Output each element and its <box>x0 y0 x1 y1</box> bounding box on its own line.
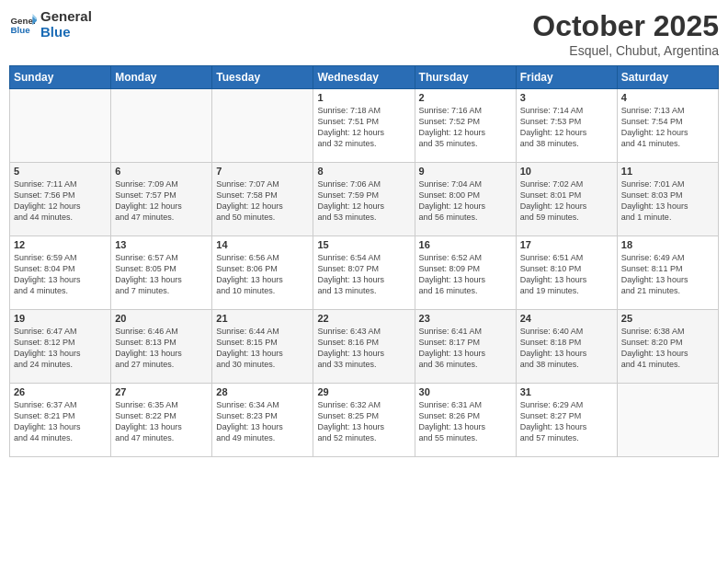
calendar-cell-w3-d1: 12Sunrise: 6:59 AMSunset: 8:04 PMDayligh… <box>10 236 111 310</box>
calendar-cell-w1-d3 <box>212 89 313 163</box>
calendar-cell-w1-d2 <box>111 89 212 163</box>
calendar-cell-w2-d6: 10Sunrise: 7:02 AMSunset: 8:01 PMDayligh… <box>516 163 617 236</box>
day-info: Sunrise: 7:14 AMSunset: 7:53 PMDaylight:… <box>520 105 613 150</box>
header-thursday: Thursday <box>415 66 516 89</box>
day-info: Sunrise: 6:38 AMSunset: 8:20 PMDaylight:… <box>621 326 714 371</box>
logo: General Blue General Blue <box>9 9 92 40</box>
calendar-cell-w4-d1: 19Sunrise: 6:47 AMSunset: 8:12 PMDayligh… <box>10 310 111 384</box>
day-info: Sunrise: 7:16 AMSunset: 7:52 PMDaylight:… <box>419 105 512 150</box>
calendar-cell-w4-d6: 24Sunrise: 6:40 AMSunset: 8:18 PMDayligh… <box>516 310 617 384</box>
calendar-week-3: 12Sunrise: 6:59 AMSunset: 8:04 PMDayligh… <box>10 236 719 310</box>
day-info: Sunrise: 6:51 AMSunset: 8:10 PMDaylight:… <box>520 252 613 297</box>
day-number: 28 <box>216 386 309 397</box>
day-number: 24 <box>520 313 613 324</box>
day-info: Sunrise: 7:07 AMSunset: 7:58 PMDaylight:… <box>216 178 309 224</box>
calendar-week-4: 19Sunrise: 6:47 AMSunset: 8:12 PMDayligh… <box>10 310 719 384</box>
day-number: 1 <box>317 92 410 103</box>
day-number: 25 <box>621 313 714 324</box>
day-info: Sunrise: 6:40 AMSunset: 8:18 PMDaylight:… <box>520 326 613 371</box>
day-info: Sunrise: 6:49 AMSunset: 8:11 PMDaylight:… <box>621 252 714 297</box>
calendar-cell-w3-d7: 18Sunrise: 6:49 AMSunset: 8:11 PMDayligh… <box>617 236 718 310</box>
day-number: 10 <box>520 166 613 177</box>
day-number: 27 <box>115 386 208 397</box>
day-info: Sunrise: 6:41 AMSunset: 8:17 PMDaylight:… <box>419 326 512 371</box>
header-wednesday: Wednesday <box>313 66 415 89</box>
calendar-cell-w1-d4: 1Sunrise: 7:18 AMSunset: 7:51 PMDaylight… <box>313 89 415 163</box>
day-info: Sunrise: 6:43 AMSunset: 8:16 PMDaylight:… <box>317 326 410 371</box>
day-number: 8 <box>317 166 410 177</box>
calendar-cell-w2-d2: 6Sunrise: 7:09 AMSunset: 7:57 PMDaylight… <box>111 163 212 236</box>
day-info: Sunrise: 7:01 AMSunset: 8:03 PMDaylight:… <box>621 178 714 224</box>
day-number: 6 <box>115 166 208 177</box>
day-info: Sunrise: 6:54 AMSunset: 8:07 PMDaylight:… <box>317 252 410 297</box>
header-tuesday: Tuesday <box>212 66 313 89</box>
day-info: Sunrise: 6:59 AMSunset: 8:04 PMDaylight:… <box>14 252 107 297</box>
day-info: Sunrise: 7:09 AMSunset: 7:57 PMDaylight:… <box>115 178 208 224</box>
day-info: Sunrise: 6:31 AMSunset: 8:26 PMDaylight:… <box>419 399 512 444</box>
calendar-cell-w3-d5: 16Sunrise: 6:52 AMSunset: 8:09 PMDayligh… <box>415 236 516 310</box>
calendar-cell-w3-d3: 14Sunrise: 6:56 AMSunset: 8:06 PMDayligh… <box>212 236 313 310</box>
day-info: Sunrise: 6:56 AMSunset: 8:06 PMDaylight:… <box>216 252 309 297</box>
logo-line1: General <box>40 9 92 25</box>
calendar-cell-w2-d1: 5Sunrise: 7:11 AMSunset: 7:56 PMDaylight… <box>10 163 111 236</box>
day-number: 18 <box>621 239 714 250</box>
subtitle: Esquel, Chubut, Argentina <box>532 43 719 58</box>
calendar-cell-w1-d5: 2Sunrise: 7:16 AMSunset: 7:52 PMDaylight… <box>415 89 516 163</box>
day-info: Sunrise: 7:11 AMSunset: 7:56 PMDaylight:… <box>14 178 107 224</box>
day-number: 14 <box>216 239 309 250</box>
calendar-week-2: 5Sunrise: 7:11 AMSunset: 7:56 PMDaylight… <box>10 163 719 236</box>
day-info: Sunrise: 6:37 AMSunset: 8:21 PMDaylight:… <box>14 399 107 444</box>
day-number: 3 <box>520 92 613 103</box>
calendar-cell-w5-d6: 31Sunrise: 6:29 AMSunset: 8:27 PMDayligh… <box>516 384 617 457</box>
calendar-cell-w2-d4: 8Sunrise: 7:06 AMSunset: 7:59 PMDaylight… <box>313 163 415 236</box>
day-number: 5 <box>14 166 107 177</box>
calendar-cell-w1-d6: 3Sunrise: 7:14 AMSunset: 7:53 PMDaylight… <box>516 89 617 163</box>
day-number: 26 <box>14 386 107 397</box>
calendar-cell-w3-d2: 13Sunrise: 6:57 AMSunset: 8:05 PMDayligh… <box>111 236 212 310</box>
calendar-cell-w4-d7: 25Sunrise: 6:38 AMSunset: 8:20 PMDayligh… <box>617 310 718 384</box>
calendar-cell-w4-d2: 20Sunrise: 6:46 AMSunset: 8:13 PMDayligh… <box>111 310 212 384</box>
calendar-cell-w2-d3: 7Sunrise: 7:07 AMSunset: 7:58 PMDaylight… <box>212 163 313 236</box>
header-saturday: Saturday <box>617 66 718 89</box>
day-info: Sunrise: 7:18 AMSunset: 7:51 PMDaylight:… <box>317 105 410 150</box>
day-number: 29 <box>317 386 410 397</box>
calendar-cell-w5-d4: 29Sunrise: 6:32 AMSunset: 8:25 PMDayligh… <box>313 384 415 457</box>
header-friday: Friday <box>516 66 617 89</box>
day-info: Sunrise: 6:29 AMSunset: 8:27 PMDaylight:… <box>520 399 613 444</box>
calendar-header-row: Sunday Monday Tuesday Wednesday Thursday… <box>10 66 719 89</box>
day-number: 23 <box>419 313 512 324</box>
calendar-week-5: 26Sunrise: 6:37 AMSunset: 8:21 PMDayligh… <box>10 384 719 457</box>
calendar-cell-w2-d5: 9Sunrise: 7:04 AMSunset: 8:00 PMDaylight… <box>415 163 516 236</box>
day-number: 22 <box>317 313 410 324</box>
day-info: Sunrise: 7:04 AMSunset: 8:00 PMDaylight:… <box>419 178 512 224</box>
day-number: 17 <box>520 239 613 250</box>
day-number: 30 <box>419 386 512 397</box>
day-number: 9 <box>419 166 512 177</box>
day-info: Sunrise: 6:46 AMSunset: 8:13 PMDaylight:… <box>115 326 208 371</box>
header-monday: Monday <box>111 66 212 89</box>
calendar-cell-w3-d4: 15Sunrise: 6:54 AMSunset: 8:07 PMDayligh… <box>313 236 415 310</box>
calendar-week-1: 1Sunrise: 7:18 AMSunset: 7:51 PMDaylight… <box>10 89 719 163</box>
day-number: 2 <box>419 92 512 103</box>
header-sunday: Sunday <box>10 66 111 89</box>
day-info: Sunrise: 6:52 AMSunset: 8:09 PMDaylight:… <box>419 252 512 297</box>
day-number: 13 <box>115 239 208 250</box>
day-info: Sunrise: 6:44 AMSunset: 8:15 PMDaylight:… <box>216 326 309 371</box>
main-title: October 2025 <box>532 9 719 43</box>
day-info: Sunrise: 7:06 AMSunset: 7:59 PMDaylight:… <box>317 178 410 224</box>
title-block: October 2025 Esquel, Chubut, Argentina <box>532 9 719 58</box>
day-number: 7 <box>216 166 309 177</box>
day-number: 19 <box>14 313 107 324</box>
day-info: Sunrise: 6:32 AMSunset: 8:25 PMDaylight:… <box>317 399 410 444</box>
calendar-cell-w4-d4: 22Sunrise: 6:43 AMSunset: 8:16 PMDayligh… <box>313 310 415 384</box>
day-info: Sunrise: 6:34 AMSunset: 8:23 PMDaylight:… <box>216 399 309 444</box>
day-info: Sunrise: 6:35 AMSunset: 8:22 PMDaylight:… <box>115 399 208 444</box>
day-info: Sunrise: 6:47 AMSunset: 8:12 PMDaylight:… <box>14 326 107 371</box>
calendar-cell-w4-d5: 23Sunrise: 6:41 AMSunset: 8:17 PMDayligh… <box>415 310 516 384</box>
day-number: 11 <box>621 166 714 177</box>
calendar-cell-w2-d7: 11Sunrise: 7:01 AMSunset: 8:03 PMDayligh… <box>617 163 718 236</box>
calendar-table: Sunday Monday Tuesday Wednesday Thursday… <box>9 65 719 457</box>
calendar-cell-w3-d6: 17Sunrise: 6:51 AMSunset: 8:10 PMDayligh… <box>516 236 617 310</box>
logo-icon: General Blue <box>9 11 37 39</box>
page: General Blue General Blue October 2025 E… <box>0 0 728 563</box>
